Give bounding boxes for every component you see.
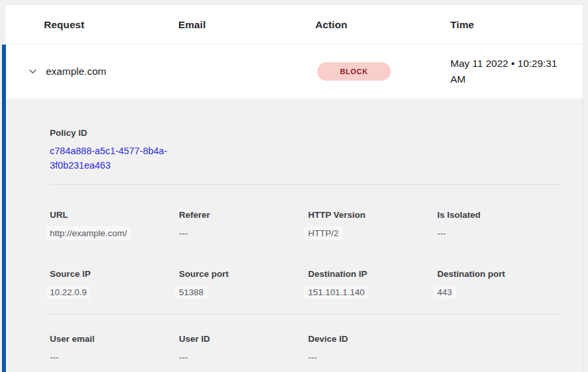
table-header: Request Email Action Time <box>5 5 583 45</box>
chevron-down-icon[interactable] <box>28 66 38 77</box>
field-referer: Referer --- <box>179 209 308 240</box>
field-label: URL <box>50 209 179 222</box>
field-label: Device ID <box>308 333 437 346</box>
policy-id-link[interactable]: c784a888-a5c1-4577-8b4a-3f0b231ea463 <box>50 144 184 173</box>
field-source-ip: Source IP 10.22.0.9 <box>50 268 179 299</box>
time-cell: May 11 2022 • 10:29:31 AM <box>450 56 583 87</box>
logs-page: Request Email Action Time example.com BL… <box>0 0 588 372</box>
detail-fields-section-1: URL http://example.com/ Referer --- HTTP… <box>50 209 562 299</box>
detail-fields-section-2: User email --- User ID --- Device ID --- <box>50 333 562 364</box>
field-value: --- <box>179 227 308 240</box>
action-cell: BLOCK <box>315 62 450 81</box>
divider <box>50 314 562 314</box>
field-value: --- <box>308 351 437 364</box>
field-label: User ID <box>179 333 308 346</box>
field-destination-ip: Destination IP 151.101.1.140 <box>308 268 437 299</box>
field-is-isolated: Is Isolated --- <box>437 209 566 240</box>
divider <box>50 184 562 185</box>
field-value: 51388 <box>179 286 308 299</box>
field-value: --- <box>50 351 179 364</box>
log-detail-panel: Policy ID c784a888-a5c1-4577-8b4a-3f0b23… <box>5 98 583 372</box>
column-header-action: Action <box>315 19 450 31</box>
field-source-port: Source port 51388 <box>179 268 308 299</box>
column-header-request: Request <box>44 19 178 31</box>
field-url: URL http://example.com/ <box>50 209 179 240</box>
field-destination-port: Destination port 443 <box>437 268 566 299</box>
block-action-badge: BLOCK <box>317 62 391 81</box>
field-label: Source IP <box>50 268 179 281</box>
field-label: Referer <box>179 209 308 222</box>
expanded-row-accent-bar <box>2 45 6 372</box>
field-value: 151.101.1.140 <box>308 286 437 299</box>
logs-table-card: Request Email Action Time example.com BL… <box>5 5 583 372</box>
field-label: Source port <box>179 268 308 281</box>
column-header-time: Time <box>450 19 583 31</box>
field-label: Destination port <box>437 268 566 281</box>
field-user-email: User email --- <box>50 333 179 364</box>
field-value: 10.22.0.9 <box>50 286 179 299</box>
field-user-id: User ID --- <box>179 333 308 364</box>
field-value: HTTP/2 <box>308 227 437 240</box>
field-value: --- <box>179 351 308 364</box>
field-value: http://example.com/ <box>50 227 179 240</box>
column-header-email: Email <box>178 19 315 31</box>
field-device-id: Device ID --- <box>308 333 437 364</box>
field-label: HTTP Version <box>308 209 437 222</box>
field-label: User email <box>50 333 179 346</box>
request-cell: example.com <box>28 66 178 77</box>
request-domain: example.com <box>46 66 106 77</box>
field-policy-id: Policy ID c784a888-a5c1-4577-8b4a-3f0b23… <box>50 127 562 173</box>
field-label: Is Isolated <box>437 209 566 222</box>
field-value: --- <box>437 227 566 240</box>
field-label: Destination IP <box>308 268 437 281</box>
field-value: 443 <box>437 286 566 299</box>
log-table-row[interactable]: example.com BLOCK May 11 2022 • 10:29:31… <box>5 45 583 98</box>
policy-id-label: Policy ID <box>50 127 562 140</box>
field-http-version: HTTP Version HTTP/2 <box>308 209 437 240</box>
